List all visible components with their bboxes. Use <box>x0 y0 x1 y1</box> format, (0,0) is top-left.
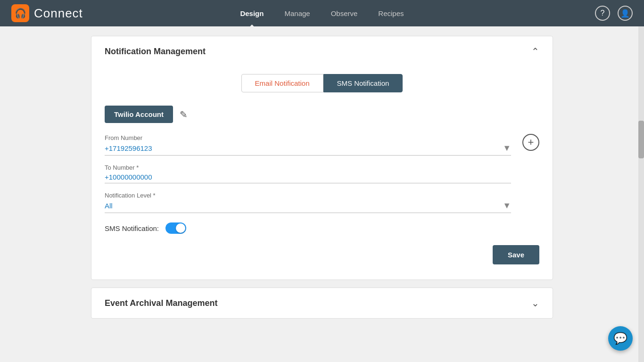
from-number-dropdown-icon[interactable]: ▼ <box>503 143 511 153</box>
event-archival-title: Event Archival Management <box>105 298 217 308</box>
nav-item-recipes[interactable]: Recipes <box>376 0 405 26</box>
event-archival-card: Event Archival Management ⌄ <box>91 288 553 319</box>
logo-icon: 🎧 <box>11 4 29 22</box>
notification-management-header[interactable]: Notification Management ⌃ <box>91 36 553 66</box>
scrollbar-thumb[interactable] <box>638 121 644 158</box>
user-icon[interactable]: 👤 <box>618 6 633 21</box>
to-number-input-wrap <box>105 173 511 183</box>
chat-fab-button[interactable]: 💬 <box>608 326 633 351</box>
sms-form-area: Twilio Account ✎ From Number ▼ To Number <box>105 106 539 234</box>
twilio-row: Twilio Account ✎ <box>105 106 511 123</box>
save-button[interactable]: Save <box>493 245 539 264</box>
expand-chevron-icon: ⌄ <box>531 297 539 309</box>
logo-text: Connect <box>34 6 83 21</box>
app-header: 🎧 Connect Design Manage Observe Recipes … <box>0 0 644 26</box>
from-number-input[interactable] <box>105 144 503 152</box>
notification-management-body: Email Notification SMS Notification Twil… <box>91 66 553 280</box>
help-icon[interactable]: ? <box>595 6 610 21</box>
notification-level-input-wrap: ▼ <box>105 201 511 213</box>
twilio-account-button[interactable]: Twilio Account <box>105 106 173 123</box>
to-number-label: To Number * <box>105 164 511 171</box>
from-number-input-wrap: ▼ <box>105 143 511 156</box>
from-number-field: From Number ▼ <box>105 134 511 156</box>
form-left: Twilio Account ✎ From Number ▼ To Number <box>105 106 511 234</box>
save-row: Save <box>105 245 539 264</box>
tab-email-notification[interactable]: Email Notification <box>241 74 323 92</box>
notification-management-card: Notification Management ⌃ Email Notifica… <box>91 36 553 280</box>
tab-sms-notification[interactable]: SMS Notification <box>323 74 403 92</box>
notification-level-label: Notification Level * <box>105 192 511 199</box>
to-number-input[interactable] <box>105 173 511 181</box>
toggle-knob <box>176 223 185 233</box>
edit-icon[interactable]: ✎ <box>180 109 188 120</box>
notification-level-field: Notification Level * ▼ <box>105 192 511 213</box>
nav-item-design[interactable]: Design <box>238 0 265 26</box>
notification-level-input[interactable] <box>105 202 503 210</box>
notification-management-title: Notification Management <box>105 47 206 57</box>
collapse-chevron-icon: ⌃ <box>531 46 539 57</box>
nav-item-manage[interactable]: Manage <box>282 0 312 26</box>
sms-notification-toggle-label: SMS Notification: <box>105 224 159 232</box>
main-nav: Design Manage Observe Recipes <box>238 0 405 26</box>
nav-item-observe[interactable]: Observe <box>329 0 360 26</box>
sms-notification-toggle-row: SMS Notification: <box>105 222 511 234</box>
event-archival-header[interactable]: Event Archival Management ⌄ <box>91 288 553 318</box>
add-recipient-button[interactable]: + <box>522 134 539 151</box>
from-number-label: From Number <box>105 134 511 141</box>
sms-notification-toggle[interactable] <box>165 222 186 234</box>
main-content: Notification Management ⌃ Email Notifica… <box>91 26 553 336</box>
notification-tabs: Email Notification SMS Notification <box>105 74 539 92</box>
form-right: + <box>522 106 539 151</box>
notification-level-dropdown-icon[interactable]: ▼ <box>503 201 511 211</box>
scrollbar[interactable] <box>638 26 644 362</box>
header-actions: ? 👤 <box>595 6 633 21</box>
to-number-field: To Number * <box>105 164 511 183</box>
logo-area: 🎧 Connect <box>11 4 83 22</box>
